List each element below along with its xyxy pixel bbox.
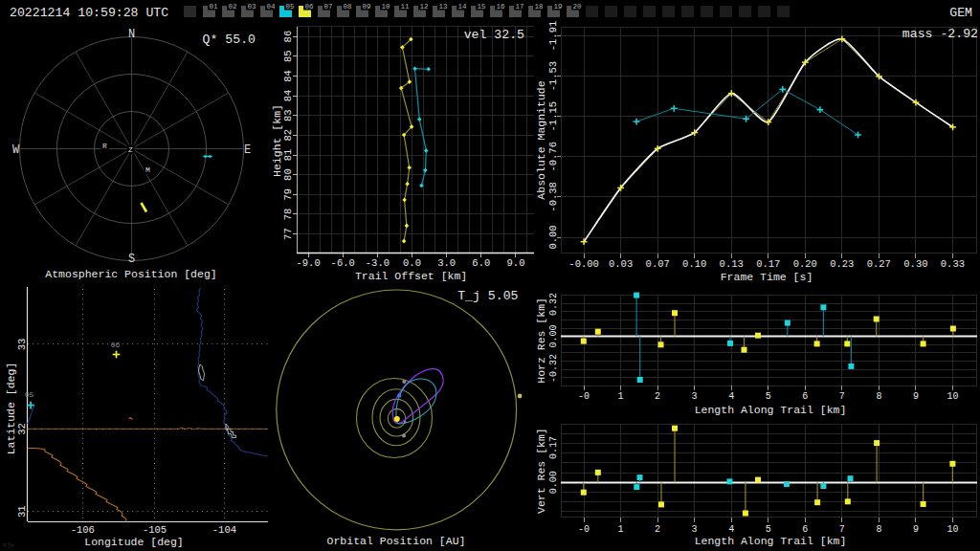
svg-text:0.0: 0.0 [403,257,421,269]
svg-text:82: 82 [282,129,294,142]
svg-text:14: 14 [457,3,467,11]
svg-text:S: S [128,253,135,266]
svg-text:7: 7 [839,391,845,402]
svg-text:18: 18 [534,3,543,11]
svg-text:Trail Offset [km]: Trail Offset [km] [355,270,467,282]
svg-text:vel 32.5: vel 32.5 [464,28,524,42]
svg-text:01: 01 [209,3,218,11]
svg-text:33: 33 [16,339,28,351]
svg-text:-1.91: -1.91 [547,21,559,52]
svg-text:1: 1 [617,391,623,402]
svg-text:5: 5 [766,391,771,402]
svg-text:02: 02 [228,3,236,11]
svg-text:Absolute Magnitude: Absolute Magnitude [535,80,547,199]
svg-text:10: 10 [381,3,390,11]
svg-text:-106: -106 [71,524,95,536]
svg-text:0.33: 0.33 [941,258,965,270]
svg-text:16: 16 [496,3,505,11]
svg-text:3.0: 3.0 [437,257,456,269]
svg-text:17: 17 [515,3,523,11]
svg-text:0.27: 0.27 [867,258,891,270]
svg-text:0.07: 0.07 [646,258,670,270]
svg-text:78: 78 [282,209,294,221]
svg-text:20221214 10:59:28 UTC: 20221214 10:59:28 UTC [10,6,168,20]
svg-text:6.0: 6.0 [472,257,490,269]
svg-text:-105: -105 [143,524,167,536]
svg-text:06: 06 [111,341,121,349]
svg-text:84: 84 [282,70,294,82]
svg-text:09: 09 [362,3,370,11]
svg-text:08: 08 [343,3,351,11]
svg-text:0.32: 0.32 [548,293,559,316]
svg-text:9.0: 9.0 [507,257,525,269]
svg-text:0.17: 0.17 [548,436,559,459]
svg-text:R: R [102,142,107,150]
svg-text:E: E [244,143,251,157]
svg-text:8: 8 [876,524,881,535]
svg-text:Frame Time [s]: Frame Time [s] [721,271,813,283]
svg-text:19: 19 [553,3,562,11]
svg-text:Orbital Position [AU]: Orbital Position [AU] [327,535,466,547]
svg-text:77: 77 [282,228,294,240]
svg-text:-0.00: -0.00 [568,258,599,270]
svg-text:Length Along Trail [km]: Length Along Trail [km] [695,404,847,416]
svg-text:9: 9 [913,391,919,402]
svg-text:12: 12 [419,3,428,11]
svg-text:3: 3 [692,524,698,535]
svg-text:32: 32 [16,423,28,435]
svg-text:Q* 55.0: Q* 55.0 [203,33,256,47]
svg-text:2: 2 [655,391,660,402]
svg-text:07: 07 [323,3,332,11]
svg-text:-104: -104 [212,524,236,536]
svg-text:1: 1 [617,524,623,535]
svg-text:0.00: 0.00 [548,324,559,347]
svg-text:5: 5 [766,524,771,535]
svg-text:0.17: 0.17 [756,258,780,270]
svg-text:GEM: GEM [949,6,972,20]
svg-text:6: 6 [802,391,808,402]
svg-text:83: 83 [282,109,294,121]
svg-text:Atmospheric Position [deg]: Atmospheric Position [deg] [45,268,216,280]
svg-text:06: 06 [304,3,314,11]
svg-text:Longitude [deg]: Longitude [deg] [84,536,184,548]
svg-text:Length Along Trail [km]: Length Along Trail [km] [695,535,847,547]
svg-text:-0.32: -0.32 [548,354,559,383]
svg-text:Latitude [deg]: Latitude [deg] [5,363,17,455]
svg-text:4: 4 [728,391,734,402]
svg-text:7: 7 [839,524,845,535]
svg-text:-3.0: -3.0 [366,257,390,269]
svg-text:9: 9 [913,524,919,535]
svg-text:-0.76: -0.76 [547,142,559,172]
svg-text:-9.0: -9.0 [296,257,320,269]
svg-text:0.20: 0.20 [793,258,817,270]
svg-text:M: M [145,165,150,174]
svg-text:0.03: 0.03 [609,258,633,270]
svg-text:0.00: 0.00 [547,225,559,249]
svg-text:05: 05 [25,390,34,399]
svg-text:Z: Z [128,145,133,154]
svg-text:79: 79 [282,188,294,201]
svg-text:13: 13 [438,3,448,11]
svg-text:0.10: 0.10 [682,258,706,270]
svg-text:0.00: 0.00 [548,471,559,494]
svg-text:10: 10 [947,524,958,535]
svg-text:31: 31 [16,505,28,518]
svg-text:81: 81 [282,149,294,162]
svg-text:-0: -0 [578,391,590,402]
svg-text:-0: -0 [578,524,590,535]
svg-text:W: W [12,143,20,157]
svg-text:2: 2 [655,524,660,535]
svg-text:3: 3 [692,391,698,402]
svg-text:15: 15 [477,3,486,11]
svg-text:N: N [128,28,135,41]
svg-text:85: 85 [282,50,294,62]
svg-text:0.23: 0.23 [830,258,854,270]
svg-text:86: 86 [282,31,294,43]
svg-text:84: 84 [282,90,294,102]
svg-text:-1.53: -1.53 [547,61,559,92]
svg-text:4: 4 [728,524,734,535]
svg-text:11: 11 [400,3,410,11]
svg-text:-0.38: -0.38 [547,182,559,212]
svg-text:Horz Res [km]: Horz Res [km] [535,298,547,384]
svg-text:04: 04 [266,3,276,11]
